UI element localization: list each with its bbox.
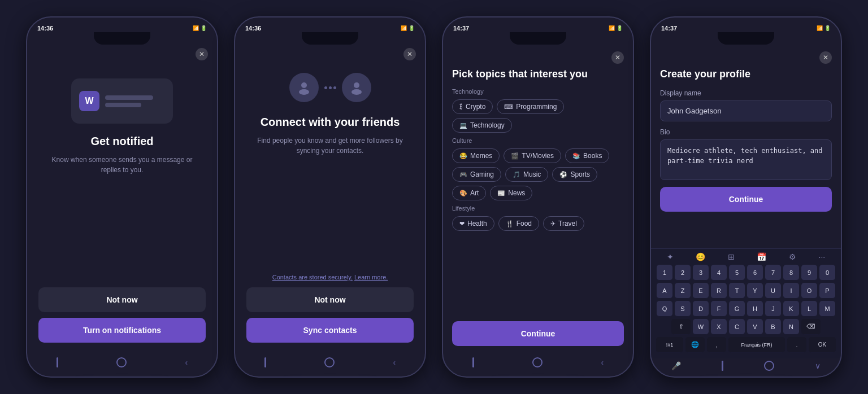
key-9[interactable]: 9: [801, 265, 817, 281]
key-u[interactable]: U: [765, 283, 781, 299]
key-v[interactable]: V: [747, 319, 763, 335]
key-r[interactable]: R: [711, 283, 727, 299]
key-e[interactable]: E: [693, 283, 709, 299]
status-time-4: 14:37: [661, 25, 677, 32]
key-g[interactable]: G: [729, 301, 745, 317]
key-special[interactable]: !#1: [656, 337, 683, 353]
key-y[interactable]: Y: [747, 283, 763, 299]
key-3[interactable]: 3: [693, 265, 709, 281]
key-m[interactable]: M: [819, 301, 835, 317]
key-w[interactable]: W: [693, 319, 709, 335]
key-s[interactable]: S: [675, 301, 691, 317]
not-now-button-2[interactable]: Not now: [246, 287, 414, 312]
screen-1: ✕ W Get notified Know when someone sends…: [27, 45, 217, 352]
tag-music[interactable]: 🎵 Music: [505, 167, 548, 182]
toolbar-more[interactable]: ···: [819, 252, 826, 261]
lifestyle-tags: ❤ Health 🍴 Food ✈ Travel: [452, 216, 624, 231]
key-8[interactable]: 8: [783, 265, 799, 281]
notch-2: [302, 32, 358, 45]
key-comma[interactable]: ,: [707, 337, 726, 353]
key-row-bottom: !#1 🌐 , Français (FR) . OK: [653, 337, 839, 353]
key-t[interactable]: T: [729, 283, 745, 299]
toolbar-emoji[interactable]: 😊: [696, 252, 705, 261]
tag-technology[interactable]: 💻 Technology: [452, 118, 512, 133]
phone-get-notified: 14:36 📶 🔋 ✕ W Get notified Know when som…: [26, 16, 218, 378]
close-button-3[interactable]: ✕: [611, 51, 624, 64]
toolbar-star[interactable]: ✦: [667, 252, 674, 261]
key-h[interactable]: H: [747, 301, 763, 317]
toolbar-sticker[interactable]: ⊞: [728, 252, 735, 261]
key-4[interactable]: 4: [711, 265, 727, 281]
tag-sports[interactable]: ⚽ Sports: [552, 167, 597, 182]
turn-on-notifications-button[interactable]: Turn on notifications: [38, 318, 206, 343]
tag-food[interactable]: 🍴 Food: [498, 216, 539, 231]
status-icons-3: 📶 🔋: [609, 25, 623, 31]
key-2[interactable]: 2: [675, 265, 691, 281]
key-p[interactable]: P: [819, 283, 835, 299]
tag-tvmovies[interactable]: 🎬 TV/Movies: [504, 148, 561, 163]
key-d[interactable]: D: [693, 301, 709, 317]
tag-programming[interactable]: ⌨ Programming: [497, 99, 564, 114]
key-z[interactable]: Z: [675, 283, 691, 299]
key-1[interactable]: 1: [657, 265, 672, 281]
status-time-3: 14:37: [453, 25, 469, 32]
keyboard-toolbar: ✦ 😊 ⊞ 📅 ⚙ ···: [653, 252, 839, 261]
section-label-technology: Technology: [452, 88, 624, 95]
close-button-2[interactable]: ✕: [403, 48, 416, 60]
topics-screen: ✕ Pick topics that interest you Technolo…: [443, 45, 633, 321]
tag-news[interactable]: 📰 News: [490, 186, 532, 200]
not-now-button-1[interactable]: Not now: [38, 287, 206, 312]
tag-gaming[interactable]: 🎮 Gaming: [452, 167, 501, 182]
tag-art[interactable]: 🎨 Art: [452, 186, 486, 200]
display-name-input[interactable]: [660, 100, 832, 121]
profile-title: Create your profile: [660, 68, 832, 80]
tag-books[interactable]: 📚 Books: [565, 148, 609, 163]
close-button-4[interactable]: ✕: [819, 51, 832, 64]
key-globe[interactable]: 🌐: [685, 337, 705, 353]
key-k[interactable]: K: [783, 301, 799, 317]
close-button-1[interactable]: ✕: [196, 48, 208, 60]
key-i[interactable]: I: [783, 283, 799, 299]
toolbar-settings[interactable]: ⚙: [789, 252, 796, 261]
nav-home-icon-2: [324, 357, 335, 367]
tag-health[interactable]: ❤ Health: [452, 216, 494, 231]
key-o[interactable]: O: [801, 283, 817, 299]
nav-menu-icon-2: [264, 357, 266, 367]
key-l[interactable]: L: [801, 301, 817, 317]
section-label-lifestyle: Lifestyle: [452, 205, 624, 212]
key-c[interactable]: C: [729, 319, 745, 335]
key-b[interactable]: B: [765, 319, 781, 335]
key-j[interactable]: J: [765, 301, 781, 317]
avatars-row: [289, 73, 371, 102]
key-ok[interactable]: OK: [809, 337, 836, 353]
bottom-nav-4: 🎤 ∨: [651, 358, 841, 377]
tag-crypto[interactable]: ₿ Crypto: [452, 99, 493, 114]
contacts-note: Contacts are stored securely. Learn more…: [272, 274, 388, 281]
key-5[interactable]: 5: [729, 265, 745, 281]
section-label-culture: Culture: [452, 137, 624, 144]
key-n[interactable]: N: [783, 319, 799, 335]
key-7[interactable]: 7: [765, 265, 781, 281]
key-period[interactable]: .: [787, 337, 806, 353]
key-space[interactable]: Français (FR): [728, 337, 785, 353]
tag-memes[interactable]: 😂 Memes: [452, 148, 500, 163]
key-x[interactable]: X: [711, 319, 727, 335]
key-q[interactable]: Q: [657, 301, 672, 317]
screen-2: ✕ Connect with your: [235, 45, 425, 352]
key-a[interactable]: A: [657, 283, 672, 299]
continue-button-profile[interactable]: Continue: [660, 187, 832, 212]
key-6[interactable]: 6: [747, 265, 763, 281]
bio-textarea[interactable]: Mediocre athlete, tech enthusiast, and p…: [660, 139, 832, 180]
tag-travel[interactable]: ✈ Travel: [543, 216, 584, 231]
key-f[interactable]: F: [711, 301, 727, 317]
sync-contacts-button[interactable]: Sync contacts: [246, 318, 414, 343]
nav-mic-icon[interactable]: 🎤: [671, 361, 681, 370]
nav-home-icon-3: [532, 357, 542, 367]
learn-more-link[interactable]: Learn more.: [354, 274, 388, 281]
key-backspace[interactable]: ⌫: [801, 319, 821, 335]
toolbar-calendar[interactable]: 📅: [757, 252, 766, 261]
key-0[interactable]: 0: [819, 265, 835, 281]
key-shift[interactable]: ⇧: [671, 319, 691, 335]
screen-subtitle-2: Find people you know and get more follow…: [246, 135, 414, 156]
continue-button-topics[interactable]: Continue: [452, 321, 624, 346]
